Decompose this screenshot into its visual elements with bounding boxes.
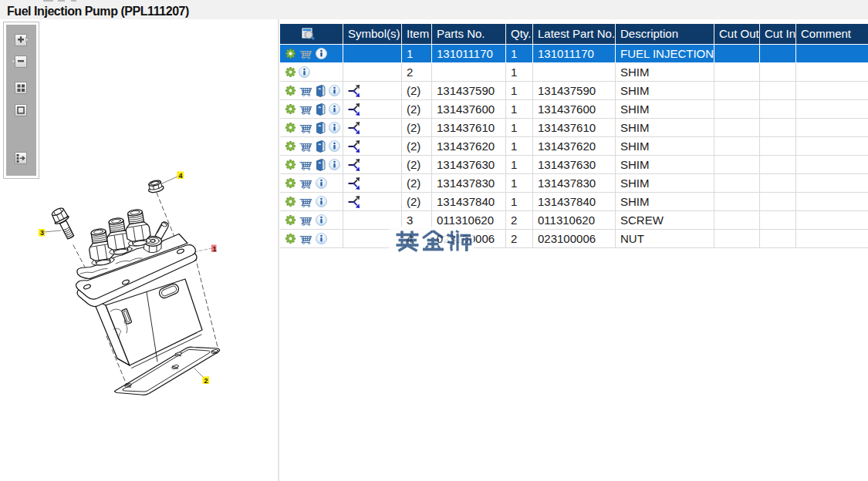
svg-text:1: 1: [213, 245, 217, 253]
svg-text:2: 2: [204, 377, 208, 385]
svg-text:4: 4: [179, 172, 183, 180]
svg-text:3: 3: [40, 229, 44, 237]
svg-text:0: 0: [437, 232, 443, 245]
svg-text:4: 4: [407, 232, 413, 245]
